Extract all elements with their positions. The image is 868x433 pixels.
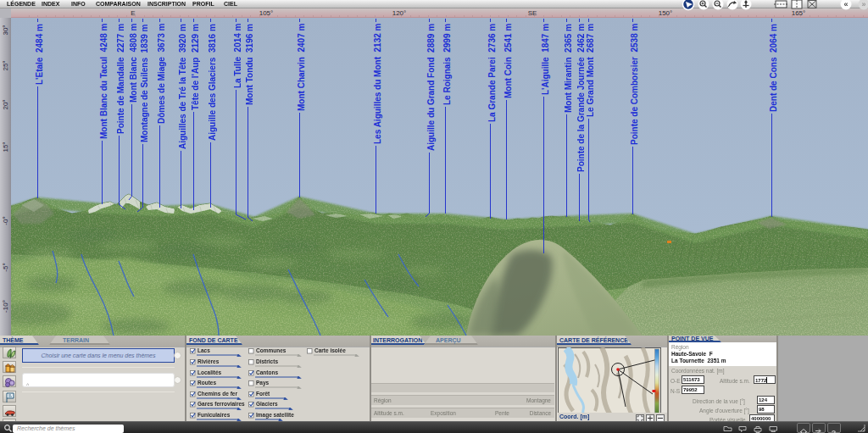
- svg-text:»: »: [861, 0, 865, 8]
- svg-text:«: «: [843, 0, 848, 8]
- svg-text:?: ?: [832, 429, 837, 433]
